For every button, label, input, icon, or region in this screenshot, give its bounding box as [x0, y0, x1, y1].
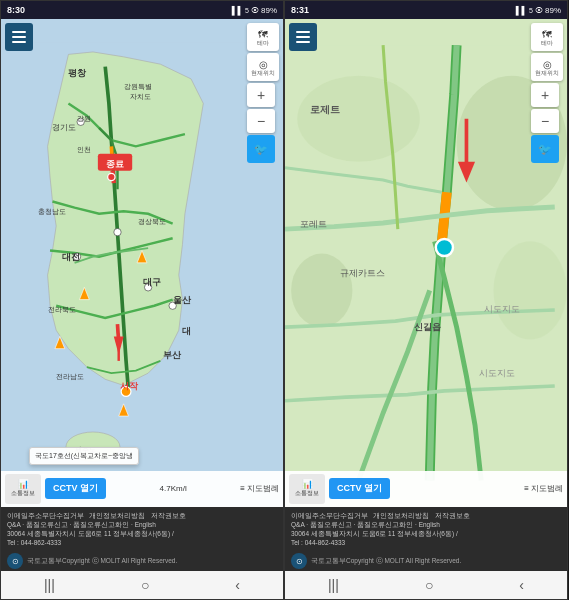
left-map-controls: 🗺 테마 ◎ 현재위치 + − 🐦	[247, 23, 279, 163]
svg-text:시도지도: 시도지도	[479, 368, 515, 378]
svg-text:규제카트스: 규제카트스	[340, 268, 385, 278]
left-location-icon: ◎	[259, 59, 268, 70]
link-copyright[interactable]: 저작권보호	[151, 512, 186, 519]
left-speed-text: 4.7Km/l	[160, 484, 187, 493]
right-zoom-in-button[interactable]: +	[531, 83, 559, 107]
right-location-label: 현재위치	[535, 70, 559, 76]
left-nav-back-button[interactable]: ‹	[227, 575, 248, 595]
zoomed-map-svg: 로제트 포레트 규제카트스 신길읍 시도지도 시도지도	[285, 19, 567, 507]
right-legend-icon: ≡	[524, 484, 529, 493]
right-nav-home-button[interactable]: ○	[417, 575, 441, 595]
left-phone: 8:30 ▌▌ 5 ⦿ 89%	[0, 0, 284, 600]
left-source-icon: 📊	[18, 479, 29, 489]
svg-point-38	[493, 241, 567, 339]
svg-text:인천: 인천	[77, 145, 91, 154]
right-hamburger-icon	[296, 31, 310, 43]
right-menu-button[interactable]	[289, 23, 317, 51]
right-legend-button[interactable]: ≡ 지도범례	[524, 483, 563, 494]
right-location-icon: ◎	[543, 59, 552, 70]
right-bottom-nav: ||| ○ ‹	[285, 571, 567, 599]
left-nav-home-button[interactable]: ○	[133, 575, 157, 595]
left-cctv-button[interactable]: CCTV 열기	[45, 478, 106, 499]
right-wifi-icon: ⦿	[535, 6, 543, 15]
svg-point-6	[114, 228, 121, 235]
svg-text:포레트: 포레트	[300, 219, 327, 229]
left-legend-button[interactable]: ≡ 지도범례	[240, 483, 279, 494]
svg-text:로제트: 로제트	[310, 104, 340, 115]
right-nav-menu-button[interactable]: |||	[320, 575, 347, 595]
svg-text:전라남도: 전라남도	[56, 372, 84, 381]
left-speed-info: 4.7Km/l	[110, 484, 236, 493]
link-quality[interactable]: 품질오류신고	[26, 521, 68, 528]
svg-text:신길읍: 신길읍	[414, 322, 441, 332]
right-link-privacy[interactable]: 개인정보처리방침	[373, 512, 429, 519]
left-zoom-in-button[interactable]: +	[247, 83, 275, 107]
left-footer-links: 이메일주소무단수집거부 개인정보처리방침 저작권보호 Q&A · 품질오류신고 …	[7, 511, 277, 529]
left-footer-address: 30064 세종특별자치시 도움6로 11 정부세종청사(6동) / Tel :…	[7, 529, 277, 547]
right-bottom-bar: 📊 소통정보 CCTV 열기 ≡ 지도범례	[285, 471, 567, 507]
svg-text:평창: 평창	[68, 68, 87, 78]
right-nav-back-button[interactable]: ‹	[511, 575, 532, 595]
right-cctv-button[interactable]: CCTV 열기	[329, 478, 390, 499]
svg-text:강원: 강원	[77, 114, 91, 123]
link-email[interactable]: 이메일주소무단수집거부	[7, 512, 84, 519]
right-theme-label: 테마	[541, 40, 553, 46]
link-qa[interactable]: Q&A	[7, 521, 20, 528]
right-map-area[interactable]: 로제트 포레트 규제카트스 신길읍 시도지도 시도지도 🗺 테마 ◎ 현재위치 …	[285, 19, 567, 507]
left-nav-menu-button[interactable]: |||	[36, 575, 63, 595]
left-location-button[interactable]: ◎ 현재위치	[247, 53, 279, 81]
right-source-icon: 📊	[302, 479, 313, 489]
left-theme-label: 테마	[257, 40, 269, 46]
right-status-icons: ▌▌ 5 ⦿ 89%	[516, 6, 561, 15]
link-english[interactable]: English	[135, 521, 156, 528]
right-twitter-button[interactable]: 🐦	[531, 135, 559, 163]
svg-text:대전: 대전	[62, 252, 80, 262]
left-address-text: 30064 세종특별자치시 도움6로 11 정부세종청사(6동) /	[7, 530, 174, 537]
right-source-label: 소통정보	[295, 489, 319, 498]
left-time: 8:30	[7, 5, 25, 15]
korea-map-svg: 종료 평창 강원특별 자치도 경기도 경상북도 대전 전라북도 충청남도 대구 …	[1, 19, 283, 507]
right-battery: 89%	[545, 6, 561, 15]
svg-text:시도지도: 시도지도	[484, 304, 520, 314]
link-privacy[interactable]: 개인정보처리방침	[89, 512, 145, 519]
svg-text:대: 대	[182, 326, 191, 336]
left-theme-button[interactable]: 🗺 테마	[247, 23, 279, 51]
left-source-button[interactable]: 📊 소통정보	[5, 474, 41, 504]
right-link-qa[interactable]: Q&A	[291, 521, 304, 528]
svg-text:부산: 부산	[163, 350, 182, 360]
left-tooltip: 국도17호선(신복교차로~중앙냉	[29, 447, 139, 465]
right-location-button[interactable]: ◎ 현재위치	[531, 53, 563, 81]
link-quality2[interactable]: 품질오류신고화인	[73, 521, 129, 528]
right-link-copyright[interactable]: 저작권보호	[435, 512, 470, 519]
left-logo-icon: ⊙	[7, 553, 23, 569]
left-legend-icon: ≡	[240, 484, 245, 493]
right-link-english[interactable]: English	[419, 521, 440, 528]
left-legend-label: 지도범례	[247, 483, 279, 494]
right-footer-logo-row: ⊙ 국토교통부Copyright ⓒ MOLIT All Right Reser…	[285, 551, 567, 571]
left-info-footer: 이메일주소무단수집거부 개인정보처리방침 저작권보호 Q&A · 품질오류신고 …	[1, 507, 283, 551]
right-link-email[interactable]: 이메일주소무단수집거부	[291, 512, 368, 519]
left-twitter-button[interactable]: 🐦	[247, 135, 275, 163]
left-menu-button[interactable]	[5, 23, 33, 51]
right-info-footer: 이메일주소무단수집거부 개인정보처리방침 저작권보호 Q&A · 품질오류신고 …	[285, 507, 567, 551]
right-source-button[interactable]: 📊 소통정보	[289, 474, 325, 504]
left-copyright-text: 국토교통부Copyright ⓒ MOLIT All Right Reserve…	[27, 557, 177, 566]
right-signal-icon: ▌▌	[516, 6, 527, 15]
left-signal-icon: ▌▌	[232, 6, 243, 15]
right-phone: 8:31 ▌▌ 5 ⦿ 89%	[284, 0, 568, 600]
left-zoom-out-button[interactable]: −	[247, 109, 275, 133]
right-time: 8:31	[291, 5, 309, 15]
right-footer-links: 이메일주소무단수집거부 개인정보처리방침 저작권보호 Q&A · 품질오류신고 …	[291, 511, 561, 529]
right-legend-label: 지도범례	[531, 483, 563, 494]
left-map-area[interactable]: 종료 평창 강원특별 자치도 경기도 경상북도 대전 전라북도 충청남도 대구 …	[1, 19, 283, 507]
right-zoom-out-button[interactable]: −	[531, 109, 559, 133]
svg-point-39	[291, 254, 352, 328]
right-copyright-text: 국토교통부Copyright ⓒ MOLIT All Right Reserve…	[311, 557, 461, 566]
right-theme-button[interactable]: 🗺 테마	[531, 23, 563, 51]
right-logo-icon: ⊙	[291, 553, 307, 569]
right-link-quality2[interactable]: 품질오류신고화인	[357, 521, 413, 528]
right-twitter-icon: 🐦	[538, 143, 552, 156]
left-bottom-bar: 📊 소통정보 CCTV 열기 4.7Km/l ≡ 지도범례	[1, 471, 283, 507]
right-theme-icon: 🗺	[542, 29, 552, 40]
right-link-quality[interactable]: 품질오류신고	[310, 521, 352, 528]
